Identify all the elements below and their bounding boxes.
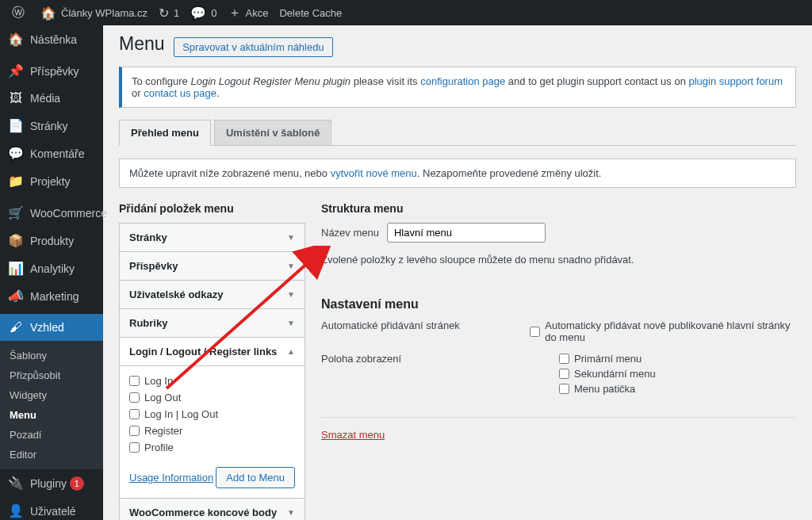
- menu-users[interactable]: 👤Uživatelé: [0, 497, 103, 520]
- llr-login-checkbox[interactable]: [129, 376, 140, 386]
- menu-plugins[interactable]: 🔌Pluginy1: [0, 469, 103, 497]
- panel-custom-links[interactable]: Uživatelské odkazy▼: [120, 281, 304, 308]
- delete-menu-link[interactable]: Smazat menu: [321, 417, 796, 441]
- structure-heading: Struktura menu: [321, 202, 796, 215]
- megaphone-icon: 📣: [8, 289, 24, 304]
- plus-icon: ＋: [228, 5, 241, 21]
- new-label: Akce: [246, 7, 269, 19]
- llr-loginlogout[interactable]: Log In | Log Out: [129, 406, 295, 422]
- add-items-column: Přidání položek menu Stránky▼ Příspěvky▼…: [119, 202, 305, 520]
- llr-loginlogout-checkbox[interactable]: [129, 409, 140, 419]
- brush-icon: 🖌: [8, 320, 24, 335]
- menu-posts[interactable]: 📌Příspěvky: [0, 57, 103, 85]
- menu-comments[interactable]: 💬Komentáře: [0, 140, 103, 167]
- submenu-background[interactable]: Pozadí: [0, 425, 103, 445]
- updates[interactable]: ↻1: [153, 0, 185, 25]
- menu-products[interactable]: 📦Produkty: [0, 227, 103, 254]
- panel-login-logout-register[interactable]: Login / Logout / Register links▲: [120, 338, 304, 365]
- page-icon: 📄: [8, 118, 24, 133]
- loc-secondary-checkbox[interactable]: [559, 369, 569, 379]
- display-location-label: Poloha zobrazení: [321, 353, 559, 398]
- comments-count: 0: [211, 7, 216, 19]
- home-icon: 🏠: [40, 6, 56, 21]
- menu-projects[interactable]: 📁Projekty: [0, 167, 103, 195]
- add-to-menu-button[interactable]: Add to Menu: [216, 467, 295, 488]
- llr-register[interactable]: Register: [129, 422, 295, 439]
- plugins-badge: 1: [70, 476, 84, 491]
- chevron-down-icon: ▼: [287, 319, 295, 327]
- loc-secondary[interactable]: Sekundární menu: [559, 368, 656, 380]
- menu-name-input[interactable]: [387, 223, 546, 243]
- auto-add-label: Automatické přidávání stránek: [321, 319, 530, 346]
- dashboard-icon: 🏠: [8, 32, 24, 47]
- site-name-text: Články WPlama.cz: [61, 7, 147, 19]
- chevron-down-icon: ▼: [287, 508, 295, 517]
- panel-pages[interactable]: Stránky▼: [120, 224, 304, 251]
- auto-add-pages[interactable]: Automaticky přidávat nově publikované hl…: [530, 319, 796, 343]
- loc-footer-checkbox[interactable]: [559, 384, 569, 394]
- tab-menu-overview[interactable]: Přehled menu: [119, 120, 211, 146]
- auto-add-checkbox[interactable]: [530, 327, 540, 337]
- appearance-submenu: Šablony Přizpůsobit Widgety Menu Pozadí …: [0, 341, 103, 469]
- submenu-menus[interactable]: Menu: [0, 405, 103, 425]
- panel-posts[interactable]: Příspěvky▼: [120, 252, 304, 280]
- admin-bar: ⓦ 🏠Články WPlama.cz ↻1 💬0 ＋Akce Delete C…: [0, 0, 812, 25]
- menu-settings-heading: Nastavení menu: [321, 297, 796, 312]
- menu-media[interactable]: 🖼Média: [0, 85, 103, 112]
- submenu-customize[interactable]: Přizpůsobit: [0, 365, 103, 385]
- menu-dashboard[interactable]: 🏠Nástěnka: [0, 25, 103, 53]
- chart-icon: 📊: [8, 261, 24, 276]
- cart-icon: 🛒: [8, 205, 24, 220]
- chevron-down-icon: ▼: [287, 233, 295, 242]
- loc-primary-checkbox[interactable]: [559, 354, 569, 364]
- menu-structure-column: Struktura menu Název menu Zvolené položk…: [321, 202, 796, 520]
- box-icon: 📦: [8, 233, 24, 248]
- chevron-down-icon: ▼: [287, 290, 295, 299]
- llr-logout[interactable]: Log Out: [129, 389, 295, 406]
- plugin-notice: To configure Login Logout Register Menu …: [119, 67, 796, 108]
- chevron-up-icon: ▲: [287, 347, 295, 356]
- panel-categories[interactable]: Rubriky▼: [120, 309, 304, 337]
- nav-tabs: Přehled menu Umístění v šabloně: [119, 119, 796, 146]
- submenu-themes[interactable]: Šablony: [0, 346, 103, 365]
- create-new-menu-link[interactable]: vytvořit nové menu: [331, 167, 417, 179]
- pin-icon: 📌: [8, 63, 24, 78]
- contact-us-link[interactable]: contact us page: [144, 87, 216, 99]
- submenu-editor[interactable]: Editor: [0, 445, 103, 465]
- chevron-down-icon: ▼: [287, 262, 295, 270]
- tab-locations[interactable]: Umístění v šabloně: [214, 120, 331, 146]
- panel-llr-body: Log In Log Out Log In | Log Out Register…: [120, 365, 304, 498]
- new-content[interactable]: ＋Akce: [223, 0, 274, 25]
- drag-hint: Zvolené položky z levého sloupce můžete …: [321, 254, 796, 266]
- submenu-widgets[interactable]: Widgety: [0, 385, 103, 405]
- usage-information-link[interactable]: Usage Information: [129, 472, 213, 484]
- llr-logout-checkbox[interactable]: [129, 392, 140, 403]
- comments[interactable]: 💬0: [185, 0, 222, 25]
- llr-profile[interactable]: Profile: [129, 439, 295, 456]
- main-content: Menu Spravovat v aktuálním náhledu To co…: [103, 25, 812, 520]
- wp-logo[interactable]: ⓦ: [6, 0, 35, 25]
- llr-profile-checkbox[interactable]: [129, 442, 140, 453]
- comment-icon: 💬: [190, 6, 206, 21]
- admin-sidebar: 🏠Nástěnka 📌Příspěvky 🖼Média 📄Stránky 💬Ko…: [0, 25, 103, 520]
- manage-live-preview-button[interactable]: Spravovat v aktuálním náhledu: [174, 37, 333, 57]
- menu-appearance[interactable]: 🖌Vzhled: [0, 314, 103, 341]
- loc-primary[interactable]: Primární menu: [559, 353, 656, 365]
- panel-woo-endpoints[interactable]: WooCommerce koncové body▼: [120, 499, 304, 520]
- menu-analytics[interactable]: 📊Analytiky: [0, 254, 103, 282]
- config-page-link[interactable]: configuration page: [420, 75, 505, 87]
- loc-footer[interactable]: Menu patička: [559, 383, 656, 395]
- menu-pages[interactable]: 📄Stránky: [0, 112, 103, 140]
- menu-woocommerce[interactable]: 🛒WooCommerce: [0, 199, 103, 227]
- menu-marketing[interactable]: 📣Marketing: [0, 282, 103, 310]
- site-name[interactable]: 🏠Články WPlama.cz: [35, 0, 153, 25]
- menu-name-label: Název menu: [321, 227, 379, 239]
- delete-cache[interactable]: Delete Cache: [274, 0, 347, 25]
- update-icon: ↻: [159, 6, 169, 21]
- llr-login[interactable]: Log In: [129, 373, 295, 389]
- comment-icon: 💬: [8, 146, 24, 161]
- llr-register-checkbox[interactable]: [129, 426, 140, 436]
- support-forum-link[interactable]: plugin support forum: [689, 75, 783, 87]
- wordpress-icon: ⓦ: [12, 5, 25, 21]
- plugin-icon: 🔌: [8, 476, 24, 491]
